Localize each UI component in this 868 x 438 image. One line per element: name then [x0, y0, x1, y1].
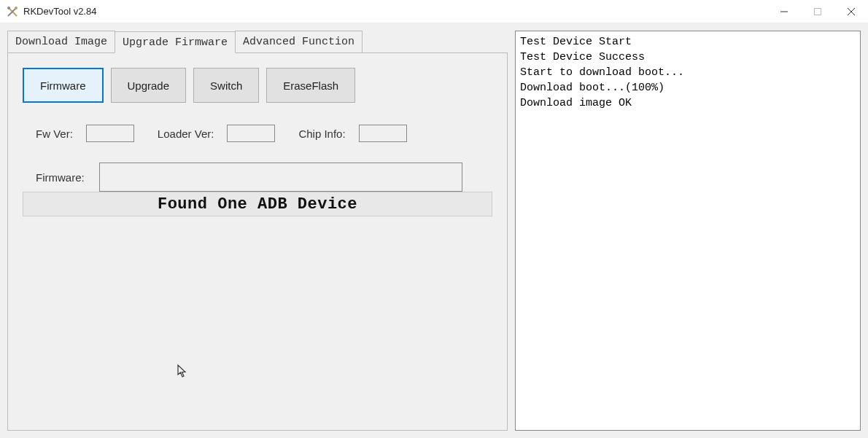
firmware-row: Firmware:: [36, 163, 492, 192]
chip-info-field: [359, 125, 407, 142]
firmware-label: Firmware:: [36, 171, 85, 184]
maximize-button[interactable]: [801, 0, 834, 23]
log-line: Test Device Success: [520, 51, 645, 63]
log-panel[interactable]: Test Device Start Test Device Success St…: [515, 31, 861, 431]
svg-rect-5: [815, 8, 821, 15]
fw-ver-field: [86, 125, 134, 142]
app-icon: [6, 5, 19, 18]
loader-ver-field: [227, 125, 275, 142]
device-status-bar: Found One ADB Device: [23, 192, 492, 216]
upgrade-button[interactable]: Upgrade: [111, 68, 187, 103]
log-line: Start to download boot...: [520, 66, 684, 79]
app-window: RKDevTool v2.84 Download Image Upgrade F…: [0, 0, 868, 438]
log-line: Download image OK: [520, 97, 632, 109]
eraseflash-button[interactable]: EraseFlash: [266, 68, 355, 103]
window-controls: [767, 0, 868, 23]
device-status-text: Found One ADB Device: [158, 195, 357, 214]
tab-upgrade-firmware[interactable]: Upgrade Firmware: [115, 31, 236, 53]
info-row: Fw Ver: Loader Ver: Chip Info:: [36, 125, 492, 142]
firmware-button[interactable]: Firmware: [23, 68, 104, 103]
log-line: Download boot...(100%): [520, 82, 664, 94]
action-button-row: Firmware Upgrade Switch EraseFlash: [23, 68, 492, 103]
close-button[interactable]: [834, 0, 868, 23]
title-bar: RKDevTool v2.84: [0, 0, 868, 23]
cursor-icon: [177, 364, 189, 382]
client-area: Download Image Upgrade Firmware Advanced…: [0, 23, 868, 438]
svg-point-2: [7, 7, 10, 9]
svg-point-3: [15, 7, 18, 9]
tab-download-image[interactable]: Download Image: [7, 31, 115, 52]
tab-row: Download Image Upgrade Firmware Advanced…: [7, 31, 508, 52]
switch-button[interactable]: Switch: [193, 68, 259, 103]
left-panel: Download Image Upgrade Firmware Advanced…: [7, 31, 508, 431]
chip-info-label: Chip Info:: [298, 128, 345, 140]
fw-ver-label: Fw Ver:: [36, 128, 73, 140]
tab-advanced-function[interactable]: Advanced Function: [235, 31, 363, 52]
minimize-button[interactable]: [767, 0, 801, 23]
window-title: RKDevTool v2.84: [23, 6, 767, 17]
log-line: Test Device Start: [520, 36, 632, 48]
firmware-path-field[interactable]: [99, 163, 462, 192]
tab-content-upgrade-firmware: Firmware Upgrade Switch EraseFlash Fw Ve…: [7, 52, 508, 431]
loader-ver-label: Loader Ver:: [158, 128, 214, 140]
